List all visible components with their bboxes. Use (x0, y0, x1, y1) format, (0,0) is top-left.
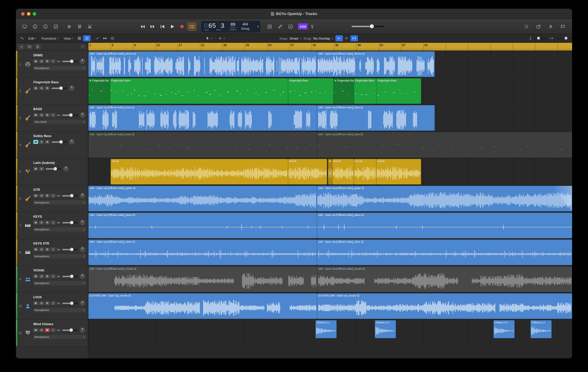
freeze-button[interactable]: ⋈ (56, 194, 60, 198)
pointer-tool-select[interactable]: ▾ (203, 36, 215, 40)
stepper-arrows-icon[interactable]: ▴▾ (300, 37, 301, 40)
track-input-button[interactable]: I (51, 113, 56, 117)
freeze-button[interactable]: ⋈ (56, 275, 60, 278)
region[interactable]: Fingerstyle Bass (288, 78, 333, 104)
freeze-button[interactable]: ⋈ (56, 221, 60, 225)
track-input-button[interactable]: I (51, 59, 56, 63)
track-input-button[interactable]: I (51, 274, 56, 278)
track-record-button[interactable]: R (45, 328, 50, 332)
track-solo-button[interactable]: S (39, 140, 44, 144)
freeze-button[interactable]: ⋈ (56, 301, 60, 305)
region[interactable]: UMI - Open Up [Official Audio]_guitar (88, 186, 317, 211)
secondary-tool-select[interactable]: ▾ (215, 36, 227, 40)
track-volume-knob[interactable] (69, 328, 73, 332)
region[interactable]: UMI - Open Up [Official Audio]_piano (88, 213, 317, 238)
region[interactable]: UMI - Open Up [Official Audio]_drums (88, 51, 317, 77)
track-volume-slider[interactable] (62, 276, 78, 277)
track-input-button[interactable]: I (51, 301, 56, 305)
track-volume-slider[interactable] (62, 249, 78, 250)
close-button[interactable] (21, 12, 25, 16)
bar-ruler[interactable]: 15913172125293337414549535761 (88, 43, 572, 51)
region[interactable]: SoCal (111, 159, 288, 184)
region[interactable]: Fingerstyle Ba (88, 78, 110, 104)
master-solo-button[interactable]: S (34, 44, 41, 49)
lcd-display[interactable]: 0653 BAR BEAT 89 KEEP TEMPO 4/4 Gmaj ▾ (201, 21, 260, 32)
freeze-button[interactable]: ⋈ (56, 113, 60, 117)
freeze-button[interactable]: ⋈ (56, 328, 60, 332)
fullscreen-button[interactable] (33, 12, 36, 16)
track-mute-button[interactable]: M (33, 194, 38, 198)
snap-select[interactable]: Snap: Smart ▴▾ (279, 37, 304, 40)
region[interactable]: UMI - Open Up [Official Audio]_vocals (88, 266, 317, 292)
help-button[interactable]: ? (41, 22, 50, 31)
record-button[interactable] (177, 22, 187, 31)
track-volume-slider[interactable] (52, 141, 67, 143)
vertical-zoom-slider[interactable] (535, 38, 547, 39)
track-record-button[interactable]: R (45, 301, 50, 305)
master-volume-knob[interactable] (370, 24, 374, 28)
track-record-button[interactable]: R (45, 86, 50, 90)
pan-knob[interactable] (80, 301, 85, 306)
region[interactable]: Chimes 2.1 (315, 320, 337, 338)
region[interactable]: UMI - Open Up [Official Audio]_piano (317, 213, 572, 238)
track-volume-knob[interactable] (70, 301, 74, 305)
track-solo-button[interactable]: S (39, 194, 44, 198)
region[interactable]: UMI - Open Up [Official Audio]_bass (88, 132, 317, 158)
track-header[interactable]: 4Subby BassMSR (16, 132, 88, 158)
horizontal-zoom-knob[interactable] (565, 37, 567, 40)
track-volume-slider[interactable] (62, 330, 78, 331)
track-record-button[interactable]: R (45, 221, 50, 225)
region[interactable]: Chimes 2.4 (530, 320, 552, 338)
track-header[interactable]: 6GTRMSRI⋈Monophonic▴▾ (16, 185, 88, 212)
track-header[interactable]: 1DRMSMSRI⋈Monophonic▴▾ (16, 51, 88, 78)
region[interactable]: UMI - Open Up [Official Audio]_bass (88, 105, 317, 131)
track-volume-slider[interactable] (62, 303, 78, 304)
track-header[interactable]: 11Wind ChimesMSRI⋈Monophonic▴▾ (16, 320, 88, 347)
track-record-button[interactable]: R (45, 274, 50, 278)
header-config-dropdown[interactable]: ▾ (80, 45, 86, 49)
quick-help-button[interactable] (30, 22, 40, 31)
flex-button[interactable] (101, 35, 109, 41)
track-header[interactable]: 8KEYS XTRMSRI⋈Monophonic▴▾ (16, 239, 88, 266)
region[interactable]: Chimes 2.3 (493, 320, 514, 338)
mixer-button[interactable] (75, 22, 84, 31)
pan-knob[interactable] (80, 274, 85, 279)
pan-knob[interactable] (80, 220, 85, 225)
vertical-zoom-knob[interactable] (537, 37, 540, 40)
catch-playhead-button[interactable] (18, 35, 26, 41)
pan-knob[interactable] (69, 139, 74, 145)
auto-track-zoom-button[interactable] (350, 35, 358, 41)
task-list-button[interactable] (51, 22, 60, 31)
track-volume-slider[interactable] (62, 222, 78, 223)
pan-knob[interactable] (80, 112, 85, 118)
track-solo-button[interactable]: S (39, 167, 44, 171)
pan-knob[interactable] (69, 86, 74, 91)
region[interactable]: SoCal (376, 159, 421, 184)
track-volume-knob[interactable] (70, 248, 74, 251)
track-volume-knob[interactable] (70, 60, 74, 63)
erase-button[interactable] (265, 22, 274, 31)
tuner-button[interactable] (308, 22, 317, 31)
track-mode-dropdown[interactable]: Flex Pitch▴▾ (33, 120, 86, 124)
track-solo-button[interactable]: S (39, 86, 44, 90)
track-mute-button[interactable]: M (33, 247, 38, 251)
region[interactable]: Fingerstyle Bass (354, 78, 376, 104)
pan-knob[interactable] (80, 193, 85, 198)
track-volume-slider[interactable] (62, 114, 78, 116)
track-solo-button[interactable]: S (39, 221, 44, 225)
region[interactable]: SoCal (332, 159, 354, 184)
pan-knob[interactable] (80, 59, 85, 64)
track-volume-knob[interactable] (70, 194, 74, 197)
split-button[interactable] (109, 35, 116, 41)
track-volume-slider[interactable] (62, 195, 78, 197)
track-volume-slider[interactable] (52, 88, 67, 89)
master-volume-slider[interactable] (352, 26, 384, 27)
track-input-button[interactable]: I (51, 194, 56, 198)
track-header[interactable]: 9VOXAltMSRI⋈Monophonic▴▾ (16, 266, 88, 293)
region[interactable]: UMI - Open Up [Official Audio]_other (88, 240, 317, 265)
region[interactable]: UMI - Open Up [Official Audio]_guitar (317, 186, 572, 211)
track-volume-slider[interactable] (46, 168, 61, 170)
pan-knob[interactable] (80, 327, 85, 333)
track-mode-dropdown[interactable]: Monophonic▴▾ (33, 335, 86, 339)
track-mode-dropdown[interactable]: Monophonic▴▾ (33, 200, 86, 205)
